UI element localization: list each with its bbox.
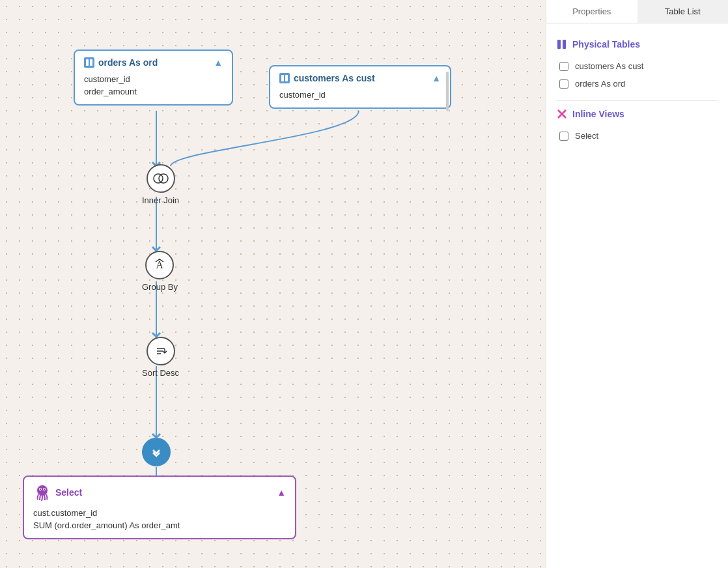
select-collapse-button[interactable]: ▲ [277,487,286,498]
inline-views-icon [557,109,567,119]
group-by-node[interactable]: A Group By [142,251,178,292]
svg-rect-8 [285,75,288,81]
table-list-tab[interactable]: Table List [637,0,729,23]
orders-node-title: orders As ord [84,57,158,68]
svg-point-15 [37,485,48,496]
group-by-label: Group By [142,282,178,292]
right-panel: Properties Table List Physical Tables cu… [546,0,728,568]
customers-icon [279,73,290,83]
orders-field-1: customer_id [84,73,223,85]
customers-scrollbar[interactable] [446,72,449,111]
physical-tables-icon [557,39,567,50]
sort-desc-label: Sort Desc [142,368,179,378]
orders-field-2: order_amount [84,85,223,98]
panel-content: Physical Tables customers As cust orders… [546,23,728,155]
inline-views-title: Inline Views [572,109,624,119]
customers-field-1: customer_id [279,89,441,101]
inner-join-label: Inner Join [142,195,179,205]
group-by-circle[interactable]: A [145,251,174,279]
svg-point-18 [40,489,41,490]
customers-node-title: customers As cust [279,73,375,83]
orders-node[interactable]: orders As ord ▲ customer_id order_amount [74,50,233,106]
sidebar-item-select[interactable]: Select [557,127,718,145]
svg-rect-5 [86,59,89,66]
select-node-title: Select [33,483,82,502]
inline-views-section-header: Inline Views [557,109,718,119]
svg-rect-20 [557,40,561,49]
select-node[interactable]: Select ▲ cust.customer_id SUM (ord.order… [23,476,296,539]
svg-point-19 [44,489,45,490]
orders-collapse-button[interactable]: ▲ [214,57,223,68]
orders-checkbox[interactable] [559,79,568,89]
canvas-area[interactable]: orders As ord ▲ customer_id order_amount… [0,0,546,568]
panel-tabs: Properties Table List [546,0,728,23]
svg-point-10 [159,174,168,183]
svg-rect-7 [281,75,284,81]
properties-tab[interactable]: Properties [546,0,637,23]
svg-rect-21 [563,40,566,49]
sidebar-item-customers[interactable]: customers As cust [557,57,718,75]
customers-checkbox[interactable] [559,62,568,71]
select-label: Select [575,131,598,141]
orders-label: orders As ord [575,79,625,89]
select-squid-icon [33,483,51,502]
select-checkbox[interactable] [559,132,568,141]
svg-rect-6 [90,59,92,66]
select-field-2: SUM (ord.order_amount) As order_amt [33,519,286,532]
orders-icon [84,57,94,68]
svg-point-9 [154,174,163,183]
sort-desc-node[interactable]: Sort Desc [142,337,179,378]
sidebar-item-orders[interactable]: orders As ord [557,75,718,92]
result-circle[interactable] [142,438,171,466]
customers-node[interactable]: customers As cust ▲ customer_id [269,65,451,109]
customers-collapse-button[interactable]: ▲ [432,73,441,83]
physical-tables-section-header: Physical Tables [557,39,718,50]
select-field-1: cust.customer_id [33,507,286,519]
physical-tables-title: Physical Tables [572,39,640,50]
customers-label: customers As cust [575,61,643,71]
section-divider [557,100,718,101]
inner-join-node[interactable]: Inner Join [142,164,179,205]
sort-desc-circle[interactable] [147,337,175,365]
result-node[interactable] [142,438,171,466]
inner-join-circle[interactable] [147,164,175,193]
